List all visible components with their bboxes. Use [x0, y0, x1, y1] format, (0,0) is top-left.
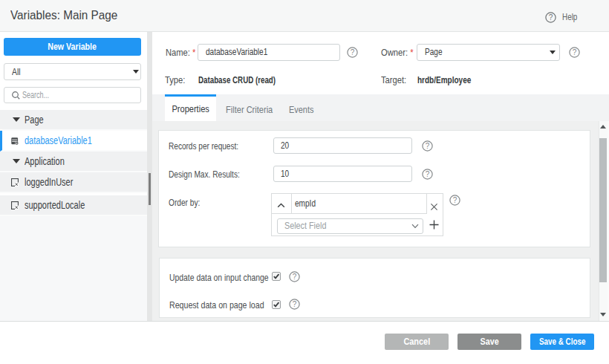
svg-text:?: ?	[293, 273, 297, 281]
svg-text:?: ?	[453, 196, 457, 204]
svg-text:?: ?	[426, 170, 430, 178]
svg-text:?: ?	[573, 48, 577, 56]
svg-text:?: ?	[549, 13, 553, 22]
svg-text:?: ?	[426, 142, 430, 150]
svg-text:?: ?	[293, 300, 297, 308]
svg-text:?: ?	[351, 48, 355, 56]
